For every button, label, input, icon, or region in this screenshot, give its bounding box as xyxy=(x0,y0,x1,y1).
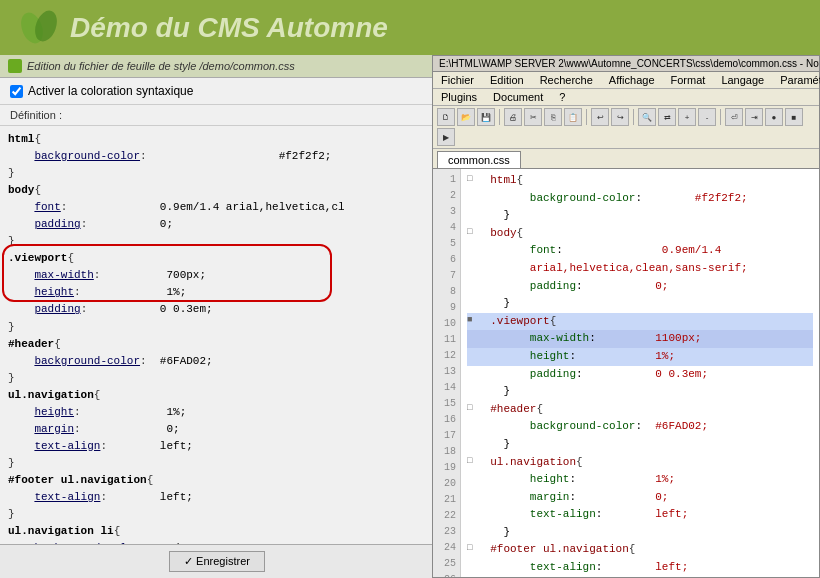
toolbar-paste[interactable]: 📋 xyxy=(564,108,582,126)
code-line-7: padding: 0; xyxy=(467,278,813,296)
menu-recherche[interactable]: Recherche xyxy=(532,72,601,88)
left-panel: Edition du fichier de feuille de style /… xyxy=(0,55,435,578)
syntax-checkbox-row: Activer la coloration syntaxique xyxy=(0,78,434,105)
tab-common-css[interactable]: common.css xyxy=(437,151,521,168)
syntax-label: Activer la coloration syntaxique xyxy=(28,84,193,98)
save-button[interactable]: ✓ Enregistrer xyxy=(169,551,265,572)
toolbar-zoom-in[interactable]: + xyxy=(678,108,696,126)
header-banner: Démo du CMS Automne xyxy=(0,0,820,55)
code-line-2: background-color: #f2f2f2; xyxy=(467,190,813,208)
code-line-10: max-width: 1100px; xyxy=(467,330,813,348)
line-numbers: 1234567891011121314151617181920212223242… xyxy=(433,169,461,577)
menu-parametrage[interactable]: Paramétrage xyxy=(772,72,820,88)
npp-tab-bar: common.css xyxy=(433,149,819,169)
toolbar-zoom-out[interactable]: - xyxy=(698,108,716,126)
code-line-14: □ #header{ xyxy=(467,401,813,419)
toolbar-sep3 xyxy=(633,109,634,125)
toolbar-save[interactable]: 💾 xyxy=(477,108,495,126)
toolbar-copy[interactable]: ⎘ xyxy=(544,108,562,126)
toolbar-macro-rec[interactable]: ● xyxy=(765,108,783,126)
toolbar-wrap[interactable]: ⏎ xyxy=(725,108,743,126)
code-line-17: □ ul.navigation{ xyxy=(467,454,813,472)
npp-toolbar: 🗋 📂 💾 🖨 ✂ ⎘ 📋 ↩ ↪ 🔍 ⇄ + - ⏎ ⇥ ● ■ ▶ xyxy=(433,106,819,149)
code-line-18: height: 1%; xyxy=(467,471,813,489)
toolbar-macro-stop[interactable]: ■ xyxy=(785,108,803,126)
edit-icon xyxy=(8,59,22,73)
npp-titlebar: E:\HTML\WAMP SERVER 2\www\Automne_CONCER… xyxy=(433,56,819,72)
code-line-13: } xyxy=(467,383,813,401)
code-line-23: text-align: left; xyxy=(467,559,813,577)
site-title: Démo du CMS Automne xyxy=(70,12,388,44)
syntax-checkbox[interactable] xyxy=(10,85,23,98)
toolbar-new[interactable]: 🗋 xyxy=(437,108,455,126)
menu-format[interactable]: Format xyxy=(663,72,714,88)
code-line-16: } xyxy=(467,436,813,454)
toolbar-sep1 xyxy=(499,109,500,125)
code-line-1: □ html{ xyxy=(467,172,813,190)
code-line-11: height: 1%; xyxy=(467,348,813,366)
code-line-15: background-color: #6FAD02; xyxy=(467,418,813,436)
code-line-20: text-align: left; xyxy=(467,506,813,524)
leaf-icon xyxy=(20,8,60,48)
menu-affichage[interactable]: Affichage xyxy=(601,72,663,88)
code-line-22: □ #footer ul.navigation{ xyxy=(467,541,813,559)
npp-code-content: □ html{ background-color: #f2f2f2; } □ b… xyxy=(461,169,819,577)
toolbar-open[interactable]: 📂 xyxy=(457,108,475,126)
menu-edition[interactable]: Edition xyxy=(482,72,532,88)
code-line-19: margin: 0; xyxy=(467,489,813,507)
menu-plugins[interactable]: Plugins xyxy=(433,89,485,105)
toolbar-undo[interactable]: ↩ xyxy=(591,108,609,126)
toolbar-print[interactable]: 🖨 xyxy=(504,108,522,126)
code-line-6: arial,helvetica,clean,sans-serif; xyxy=(467,260,813,278)
code-line-4: □ body{ xyxy=(467,225,813,243)
menu-document[interactable]: Document xyxy=(485,89,551,105)
left-panel-titlebar: Edition du fichier de feuille de style /… xyxy=(0,55,434,78)
toolbar-macro-play[interactable]: ▶ xyxy=(437,128,455,146)
menu-help[interactable]: ? xyxy=(551,89,573,105)
code-line-9: ■ .viewport{ xyxy=(467,313,813,331)
left-bottom-bar: ✓ Enregistrer xyxy=(0,544,434,578)
npp-menubar: Fichier Edition Recherche Affichage Form… xyxy=(433,72,819,89)
toolbar-cut[interactable]: ✂ xyxy=(524,108,542,126)
right-panel: E:\HTML\WAMP SERVER 2\www\Automne_CONCER… xyxy=(432,55,820,578)
logo: Démo du CMS Automne xyxy=(20,8,388,48)
code-line-12: padding: 0 0.3em; xyxy=(467,366,813,384)
code-line-3: } xyxy=(467,207,813,225)
toolbar-sep2 xyxy=(586,109,587,125)
definition-label: Définition : xyxy=(0,105,434,126)
menu-fichier[interactable]: Fichier xyxy=(433,72,482,88)
npp-editor: 1234567891011121314151617181920212223242… xyxy=(433,169,819,577)
toolbar-replace[interactable]: ⇄ xyxy=(658,108,676,126)
code-line-5: font: 0.9em/1.4 xyxy=(467,242,813,260)
npp-menubar2: Plugins Document ? xyxy=(433,89,819,106)
code-line-21: } xyxy=(467,524,813,542)
toolbar-indent[interactable]: ⇥ xyxy=(745,108,763,126)
toolbar-sep4 xyxy=(720,109,721,125)
toolbar-redo[interactable]: ↪ xyxy=(611,108,629,126)
code-line-8: } xyxy=(467,295,813,313)
toolbar-find[interactable]: 🔍 xyxy=(638,108,656,126)
menu-langage[interactable]: Langage xyxy=(713,72,772,88)
left-panel-title: Edition du fichier de feuille de style /… xyxy=(27,60,295,72)
code-area: html{ background-color: #f2f2f2; } body{… xyxy=(0,126,434,544)
